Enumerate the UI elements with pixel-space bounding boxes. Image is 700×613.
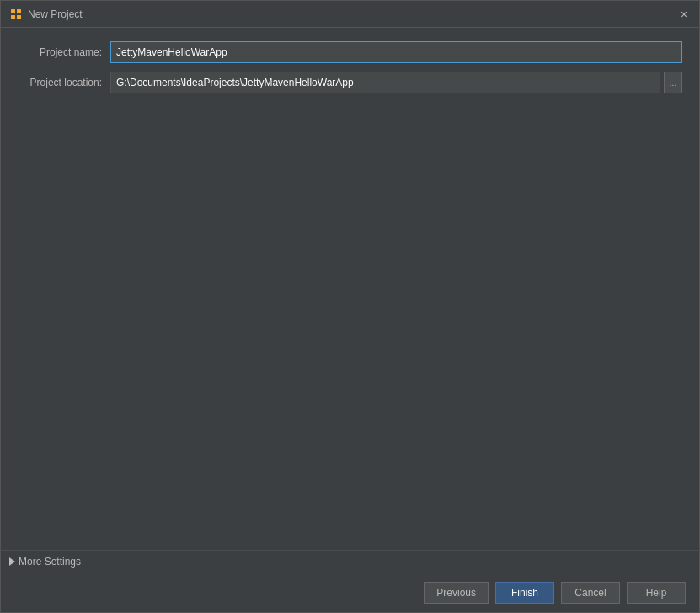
browse-button[interactable]: ... <box>664 72 682 93</box>
content-spacer <box>18 102 682 536</box>
svg-rect-0 <box>11 9 15 13</box>
finish-button[interactable]: Finish <box>495 582 554 604</box>
close-button[interactable]: × <box>677 8 691 21</box>
more-settings-section[interactable]: More Settings <box>1 550 699 573</box>
project-name-input-wrap <box>110 41 682 63</box>
svg-rect-1 <box>17 9 21 13</box>
expand-icon <box>9 557 15 566</box>
app-icon <box>9 8 23 21</box>
project-name-label: Project name: <box>18 46 110 58</box>
cancel-button[interactable]: Cancel <box>561 582 620 604</box>
svg-rect-2 <box>11 15 15 19</box>
help-button[interactable]: Help <box>627 582 686 604</box>
dialog-content: Project name: Project location: ... <box>1 28 699 550</box>
dialog-title: New Project <box>28 8 83 20</box>
previous-button[interactable]: Previous <box>424 582 489 604</box>
dialog-footer: Previous Finish Cancel Help <box>1 573 699 612</box>
project-name-input[interactable] <box>110 41 682 63</box>
project-location-label: Project location: <box>18 77 110 88</box>
project-location-input[interactable] <box>110 72 660 93</box>
title-bar-left: New Project <box>9 8 83 21</box>
new-project-dialog: New Project × Project name: Project loca… <box>0 0 700 613</box>
project-location-row: Project location: ... <box>18 72 682 93</box>
title-bar: New Project × <box>1 1 699 28</box>
more-settings-label: More Settings <box>19 556 81 568</box>
project-location-input-wrap: ... <box>110 72 682 93</box>
svg-rect-3 <box>17 15 21 19</box>
project-name-row: Project name: <box>18 41 682 63</box>
